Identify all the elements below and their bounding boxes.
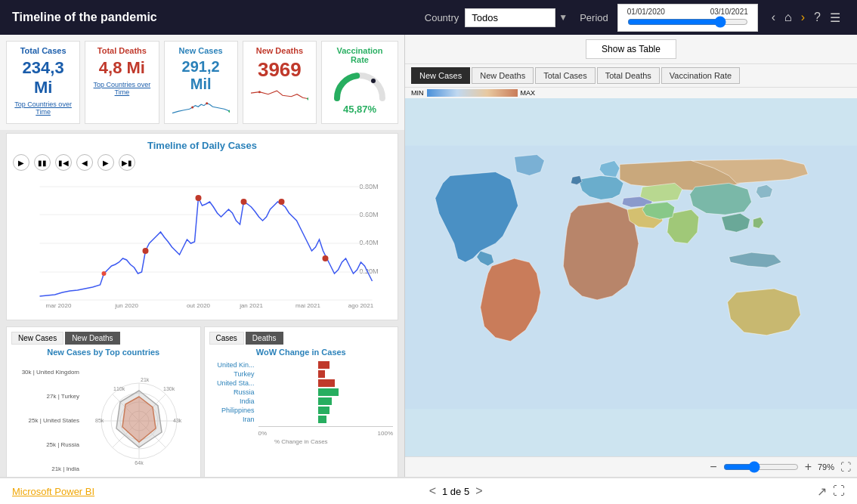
kpi-new-deaths[interactable]: New Deaths 3969	[243, 41, 317, 124]
wow-row-5: Philippines	[209, 407, 394, 414]
country-turkey: 27k | Turkey	[11, 393, 79, 400]
fast-fwd-btn[interactable]: ▶▮	[119, 154, 135, 171]
map-tab-new-cases[interactable]: New Cases	[411, 67, 470, 84]
period-slider-container: 01/01/2020 03/10/2021	[617, 4, 758, 32]
map-legend: MIN MAX	[405, 88, 857, 98]
kpi-row: Total Cases 234,3 Mi Top Countries over …	[0, 35, 404, 130]
svg-text:130k: 130k	[163, 386, 175, 391]
svg-text:mai 2021: mai 2021	[295, 302, 320, 309]
kpi-vaccination[interactable]: Vaccination Rate 45,87%	[321, 41, 398, 124]
kpi-new-cases[interactable]: New Cases 291,2 Mil	[164, 41, 238, 124]
rewind-btn[interactable]: ▮◀	[55, 154, 72, 171]
bottom-left-tabs: New Cases New Deaths	[11, 332, 196, 345]
svg-point-3	[258, 91, 261, 93]
zoom-minus[interactable]: −	[710, 460, 716, 474]
country-select[interactable]: Todos	[465, 8, 555, 27]
svg-point-17	[279, 199, 285, 205]
wow-bar-container-3	[258, 388, 394, 396]
wow-row-2: United Sta...	[209, 379, 394, 387]
zoom-plus[interactable]: +	[805, 460, 812, 474]
svg-text:21k: 21k	[141, 377, 150, 382]
expand-btn[interactable]: ⛶	[833, 484, 845, 499]
forward-nav-btn[interactable]: ›	[797, 8, 809, 27]
total-cases-subtitle[interactable]: Top Countries over Time	[14, 100, 72, 116]
wow-country-3: Russia	[209, 388, 255, 396]
wow-bar-container-1	[258, 370, 394, 378]
svg-text:jun 2020: jun 2020	[114, 302, 138, 309]
wow-bar-container-4	[258, 397, 394, 405]
left-panel: Total Cases 234,3 Mi Top Countries over …	[0, 35, 404, 477]
back-nav-btn[interactable]: ‹	[767, 8, 780, 27]
timeline-svg: 0.80M 0.60M 0.40M 0.20M	[13, 175, 391, 311]
map-tab-new-deaths[interactable]: New Deaths	[472, 67, 534, 84]
cases-tab[interactable]: Cases	[209, 332, 244, 345]
new-cases-value: 291,2 Mil	[172, 58, 230, 93]
svg-point-0	[191, 106, 193, 108]
fullscreen-btn[interactable]: ⛶	[840, 461, 851, 473]
chart-title: Timeline of Daily Cases	[13, 140, 391, 151]
timeline-svg-container: 0.80M 0.60M 0.40M 0.20M	[13, 175, 391, 314]
map-container[interactable]	[405, 98, 857, 456]
period-label: Period	[580, 12, 608, 23]
svg-point-20	[102, 271, 107, 276]
wow-chart-area: United Kin... Turkey Unite	[209, 360, 394, 477]
step-back-btn[interactable]: ◀	[76, 154, 93, 171]
bottom-right-card: Cases Deaths WoW Change in Cases United …	[204, 326, 399, 477]
page-prev-btn[interactable]: <	[429, 484, 436, 498]
show-table-container: Show as Table	[405, 35, 857, 64]
chart-controls: ▶ ▮▮ ▮◀ ◀ ▶ ▶▮	[13, 154, 391, 171]
new-deaths-sparkline	[251, 85, 308, 107]
top-bar: Timeline of the pandemic Country Todos ▼…	[0, 0, 857, 35]
home-nav-btn[interactable]: ⌂	[780, 8, 797, 27]
wow-bar-container-2	[258, 379, 394, 387]
vaccination-value: 45,87%	[343, 104, 376, 115]
wow-bar-container-6	[258, 416, 394, 423]
footer: Microsoft Power BI < 1 de 5 > ↗ ⛶	[0, 477, 857, 504]
map-tab-vaccination[interactable]: Vaccination Rate	[661, 67, 740, 84]
wow-row-4: India	[209, 397, 394, 405]
total-cases-label: Total Cases	[20, 46, 67, 55]
show-table-button[interactable]: Show as Table	[586, 39, 676, 59]
period-slider[interactable]	[627, 16, 748, 28]
new-cases-tab[interactable]: New Cases	[11, 332, 63, 345]
powerbi-link[interactable]: Microsoft Power BI	[12, 486, 94, 497]
new-deaths-value: 3969	[258, 58, 302, 82]
top-nav: ‹ ⌂ › ? ☰	[767, 8, 845, 28]
share-btn[interactable]: ↗	[817, 484, 827, 499]
map-tab-total-deaths[interactable]: Total Deaths	[597, 67, 660, 84]
legend-gradient	[427, 89, 518, 97]
help-nav-btn[interactable]: ?	[809, 8, 825, 27]
new-cases-sparkline	[172, 96, 230, 119]
wow-bar-1	[318, 370, 325, 378]
slider-dates: 01/01/2020 03/10/2021	[627, 8, 748, 16]
zoom-slider[interactable]	[723, 461, 799, 473]
radar-country-labels: 30k | United Kingdom 27k | Turkey 25k | …	[11, 360, 79, 477]
menu-nav-btn[interactable]: ☰	[825, 8, 845, 28]
wow-axis-label: % Change in Cases	[209, 438, 394, 445]
new-cases-label: New Cases	[179, 46, 223, 55]
kpi-total-cases[interactable]: Total Cases 234,3 Mi Top Countries over …	[6, 41, 80, 124]
total-deaths-subtitle[interactable]: Top Countries over Time	[93, 81, 150, 96]
map-tab-total-cases[interactable]: Total Cases	[535, 67, 595, 84]
wow-country-5: Philippines	[209, 407, 255, 414]
svg-point-2	[228, 110, 230, 113]
wow-row-6: Iran	[209, 416, 394, 423]
new-deaths-label: New Deaths	[256, 46, 303, 55]
svg-text:jan 2021: jan 2021	[239, 302, 263, 309]
svg-text:110k: 110k	[113, 386, 125, 391]
page-next-btn[interactable]: >	[475, 484, 482, 498]
wow-country-1: Turkey	[209, 370, 255, 378]
pause-btn[interactable]: ▮▮	[34, 154, 51, 171]
page-indicator: 1 de 5	[442, 486, 469, 497]
wow-bar-2	[318, 379, 335, 387]
svg-text:64k: 64k	[135, 460, 144, 465]
country-us: 25k | United States	[11, 417, 79, 424]
legend-min: MIN	[411, 89, 424, 97]
kpi-total-deaths[interactable]: Total Deaths 4,8 Mi Top Countries over T…	[85, 41, 159, 124]
step-fwd-btn[interactable]: ▶	[97, 154, 114, 171]
play-btn[interactable]: ▶	[13, 154, 29, 171]
deaths-tab[interactable]: Deaths	[246, 332, 283, 345]
wow-axis-end: 100%	[378, 430, 393, 437]
new-deaths-tab[interactable]: New Deaths	[65, 332, 119, 345]
wow-bar-3	[318, 388, 339, 396]
